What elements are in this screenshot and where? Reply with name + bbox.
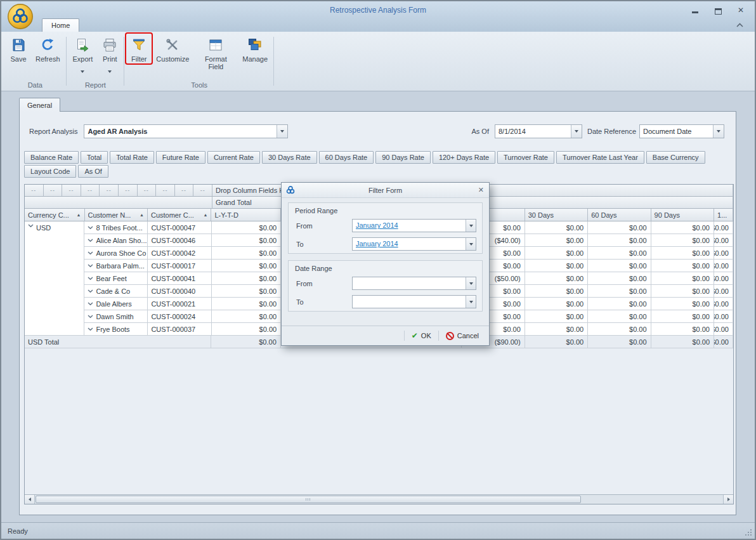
report-analysis-combo[interactable]: Aged AR Analysis <box>84 124 288 138</box>
scroll-left-button[interactable] <box>25 495 35 504</box>
ribbon-tab-home[interactable]: Home <box>42 18 79 32</box>
value-cell: $0.00 <box>588 234 651 247</box>
prefilter-cell[interactable]: -- <box>119 185 138 197</box>
collapse-chevron-icon[interactable] <box>88 289 93 293</box>
row-area-spacer <box>25 197 212 209</box>
field-chip[interactable]: Total Rate <box>110 151 154 164</box>
collapse-chevron-icon[interactable] <box>88 239 93 242</box>
value-cell: $0.00 <box>714 298 733 310</box>
ribbon-collapse-button[interactable] <box>734 21 745 30</box>
as-of-combo[interactable]: 8/1/2014 <box>495 124 582 138</box>
combo-dropdown-button[interactable] <box>277 125 287 138</box>
field-chip[interactable]: Balance Rate <box>24 151 79 164</box>
scrollbar-thumb[interactable] <box>36 496 581 503</box>
collapse-chevron-icon[interactable] <box>28 224 34 228</box>
report-analysis-label: Report Analysis <box>29 128 77 135</box>
minimize-button[interactable] <box>690 6 700 15</box>
prefilter-cell[interactable]: -- <box>193 185 212 197</box>
field-chip[interactable]: 60 Days Rate <box>319 151 374 164</box>
date-reference-label: Date Reference <box>587 128 636 135</box>
field-chip[interactable]: As Of <box>78 165 108 178</box>
value-cell: $0.00 <box>525 323 588 336</box>
collapse-chevron-icon[interactable] <box>88 251 93 255</box>
prefilter-cell[interactable]: -- <box>175 185 194 197</box>
value-column-header[interactable]: 60 Days <box>588 209 651 221</box>
scrollbar-track[interactable] <box>35 495 723 504</box>
prefilter-cell[interactable]: -- <box>138 185 157 197</box>
field-chip[interactable]: Layout Code <box>24 165 76 178</box>
field-chip[interactable]: Future Rate <box>156 151 205 164</box>
field-chip[interactable]: Turnover Rate Last Year <box>556 151 644 164</box>
date-to-combo[interactable] <box>352 295 476 308</box>
application-button[interactable] <box>7 3 34 32</box>
scroll-right-button[interactable] <box>723 495 733 504</box>
column-header-currency[interactable]: Currency C...▲ <box>25 209 85 221</box>
manage-button[interactable]: Manage <box>238 34 272 63</box>
date-from-combo[interactable] <box>352 277 476 290</box>
combo-dropdown-button[interactable] <box>466 296 476 308</box>
combo-dropdown-button[interactable] <box>466 238 476 250</box>
print-button[interactable]: Print <box>97 34 122 76</box>
value-cell: $0.00 <box>714 310 733 323</box>
maximize-button[interactable] <box>713 6 723 15</box>
close-button[interactable]: ✕ <box>736 6 746 15</box>
combo-dropdown-button[interactable] <box>571 125 582 138</box>
prefilter-cell[interactable]: -- <box>62 185 81 197</box>
save-button[interactable]: Save <box>6 34 31 63</box>
date-range-group: Date Range From To <box>288 260 483 312</box>
collapse-chevron-icon[interactable] <box>88 277 93 280</box>
field-chip[interactable]: 120+ Days Rate <box>433 151 495 164</box>
collapse-chevron-icon[interactable] <box>88 264 93 268</box>
prefilter-cell[interactable]: -- <box>100 185 119 197</box>
horizontal-scrollbar[interactable] <box>25 494 733 504</box>
prefilter-cell[interactable]: -- <box>81 185 100 197</box>
dialog-close-button[interactable]: ✕ <box>478 186 484 194</box>
maximize-icon <box>715 8 722 15</box>
collapse-chevron-icon[interactable] <box>88 226 93 230</box>
value-column-header[interactable]: 1... <box>714 209 733 221</box>
prefilter-cell[interactable]: -- <box>44 185 63 197</box>
customer-code-cell: CUST-000041 <box>148 272 211 285</box>
filter-button[interactable]: Filter <box>126 34 152 63</box>
combo-dropdown-button[interactable] <box>466 220 476 232</box>
filter-form-dialog: Filter Form ✕ Period Range From January … <box>281 182 490 346</box>
field-chip[interactable]: 90 Days Rate <box>375 151 431 164</box>
value-cell: $0.00 <box>525 310 588 323</box>
prefilter-cell[interactable]: -- <box>156 185 175 197</box>
prefilter-cell[interactable]: -- <box>25 185 44 197</box>
collapse-chevron-icon[interactable] <box>88 315 93 319</box>
value-cell: $0.00 <box>588 285 651 298</box>
collapse-chevron-icon[interactable] <box>88 302 93 306</box>
date-reference-combo[interactable]: Document Date <box>639 124 724 138</box>
period-from-combo[interactable]: January 2014 <box>352 219 476 232</box>
collapse-chevron-icon[interactable] <box>88 327 93 331</box>
column-header-customer-name[interactable]: Customer N...▲ <box>85 209 148 221</box>
export-button[interactable]: Export <box>68 34 98 76</box>
combo-dropdown-button[interactable] <box>466 277 476 289</box>
value-column-header[interactable]: 30 Days <box>525 209 588 221</box>
status-text: Ready <box>8 527 28 535</box>
column-header-customer-code[interactable]: Customer C...▲ <box>148 209 211 221</box>
chevron-down-icon <box>469 301 473 303</box>
ok-button[interactable]: ✔ OK <box>407 329 436 343</box>
field-chip[interactable]: Current Rate <box>207 151 260 164</box>
field-chip[interactable]: Base Currency <box>646 151 705 164</box>
date-to-label: To <box>296 298 352 306</box>
period-to-combo[interactable]: January 2014 <box>352 237 476 251</box>
format-field-button[interactable]: Format Field <box>193 34 238 71</box>
combo-dropdown-button[interactable] <box>713 125 724 138</box>
refresh-button[interactable]: Refresh <box>31 34 65 63</box>
value-cell: $0.00 <box>525 247 588 260</box>
tab-general[interactable]: General <box>19 98 60 112</box>
value-cell: $0.00 <box>651 260 714 272</box>
cancel-button[interactable]: Cancel <box>441 329 484 343</box>
field-chip[interactable]: Total <box>81 151 108 164</box>
field-chip[interactable]: Turnover Rate <box>497 151 554 164</box>
customize-button[interactable]: Customize <box>152 34 193 63</box>
resize-grip[interactable] <box>745 529 752 536</box>
value-cell: $0.00 <box>212 285 281 298</box>
field-chip[interactable]: 30 Days Rate <box>262 151 317 164</box>
value-column-header[interactable]: 90 Days <box>651 209 714 221</box>
filter-icon <box>131 36 147 53</box>
value-column-header[interactable]: L-Y-T-D <box>211 209 280 221</box>
